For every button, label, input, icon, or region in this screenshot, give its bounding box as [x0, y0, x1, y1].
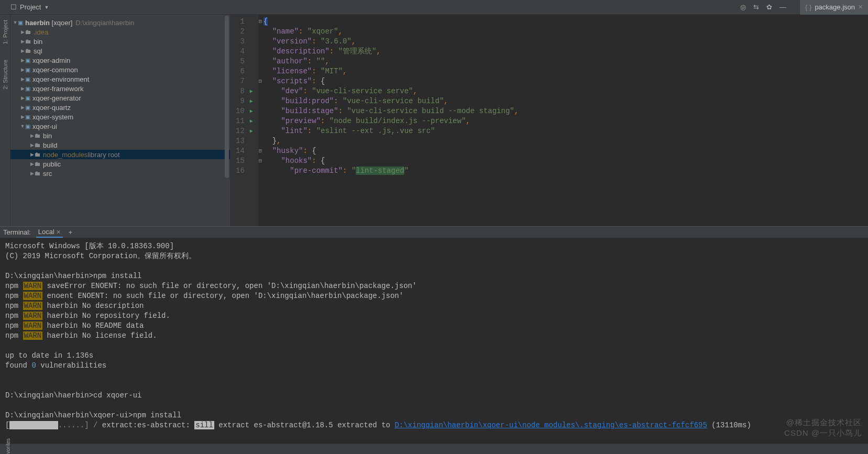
tree-item[interactable]: ▶🖿public — [10, 159, 230, 169]
close-icon[interactable]: ✕ — [56, 229, 61, 235]
sidebar-tab-project[interactable]: 1: Project — [2, 20, 8, 44]
tree-item[interactable]: ▶▣xqoer-framework — [10, 84, 230, 93]
add-terminal-button[interactable]: + — [68, 228, 72, 236]
terminal-panel: Terminal: Local ✕ + Microsoft Windows [版… — [0, 226, 868, 444]
tree-item[interactable]: ▶🖿sql — [10, 46, 230, 56]
close-icon[interactable]: ✕ — [858, 4, 863, 10]
scrollbar[interactable] — [225, 16, 229, 178]
sidebar-tab-structure[interactable]: 2: Structure — [2, 60, 8, 90]
tool-window-bar-left: 1: Project 2: Structure — [0, 15, 10, 226]
tree-item[interactable]: ▶▣xqoer-generator — [10, 93, 230, 103]
tree-item[interactable]: ▶🖿.idea — [10, 27, 230, 37]
tree-item[interactable]: ▶🖿bin — [10, 37, 230, 46]
tree-item[interactable]: ▶🖿build — [10, 140, 230, 150]
project-panel: ▼▣haerbin [xqoer]D:\xingqian\haerbin▶🖿.i… — [10, 15, 230, 226]
tree-item[interactable]: ▶🖿node_modules library root — [10, 150, 230, 159]
tree-item[interactable]: ▶▣xqoer-system — [10, 112, 230, 121]
tree-item[interactable]: ▶🖿src — [10, 169, 230, 178]
chevron-down-icon[interactable]: ▼ — [44, 5, 49, 10]
sidebar-tab-favorites[interactable]: 2: Favorites — [0, 438, 11, 454]
watermark: @稀土掘金技术社区 CSDN @一只小鸟儿 — [784, 417, 862, 438]
filter-icon[interactable]: ⇆ — [753, 3, 759, 11]
toolbar: ☐ Project ▼ ◎ ⇆ ✿ — { } package.json ✕ — [0, 0, 868, 15]
json-file-icon: { } — [805, 3, 811, 11]
target-icon[interactable]: ◎ — [740, 3, 746, 11]
project-tree[interactable]: ▼▣haerbin [xqoer]D:\xingqian\haerbin▶🖿.i… — [10, 15, 230, 226]
tree-item[interactable]: ▶▣xqoer-quartz — [10, 103, 230, 112]
minimize-icon[interactable]: — — [779, 3, 786, 11]
editor-tab[interactable]: { } package.json ✕ — [800, 0, 868, 15]
tree-item[interactable]: ▶▣xqoer-common — [10, 65, 230, 74]
tree-item[interactable]: ▶🖿bin — [10, 131, 230, 140]
terminal-tab-local[interactable]: Local ✕ — [36, 227, 63, 238]
terminal-body[interactable]: Microsoft Windows [版本 10.0.18363.900](C)… — [0, 238, 868, 444]
project-dropdown[interactable]: Project — [20, 3, 41, 11]
editor-code[interactable]: { "name": "xqoer", "version": "3.6.0", "… — [258, 15, 524, 226]
tree-item[interactable]: ▶▣xqoer-admin — [10, 56, 230, 65]
editor-tab-label: package.json — [815, 3, 855, 11]
tree-item[interactable]: ▼▣xqoer-ui — [10, 121, 230, 131]
terminal-title: Terminal: — [3, 228, 31, 236]
project-view-icon[interactable]: ☐ — [10, 3, 17, 11]
gear-icon[interactable]: ✿ — [766, 3, 772, 11]
editor-gutter[interactable]: 1⊟234567⊟8▶9▶10▶11▶12▶1314⊟15⊟16 — [230, 15, 258, 226]
tree-item[interactable]: ▶▣xqoer-environment — [10, 74, 230, 84]
editor: 1⊟234567⊟8▶9▶10▶11▶12▶1314⊟15⊟16 { "name… — [230, 15, 868, 226]
status-bar: 2: Favorites — [0, 444, 868, 454]
tree-root[interactable]: ▼▣haerbin [xqoer]D:\xingqian\haerbin — [10, 18, 230, 27]
